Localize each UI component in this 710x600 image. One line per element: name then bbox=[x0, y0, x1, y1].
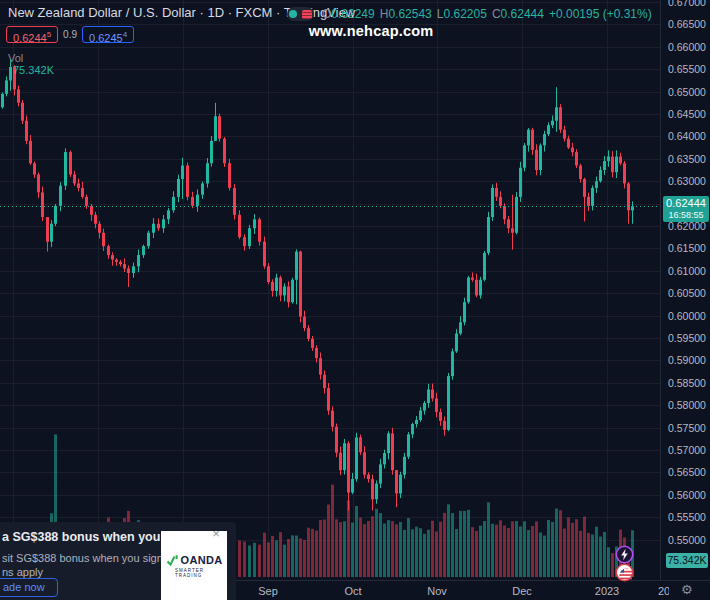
price-tick-label: 0.63500 bbox=[668, 153, 706, 165]
oanda-tagline: SMARTER TRADING bbox=[175, 568, 227, 578]
ad-banner[interactable]: a SG$388 bonus when you sign up. sit SG$… bbox=[0, 522, 236, 600]
time-tick-label: Nov bbox=[427, 585, 447, 597]
price-tick-label: 0.57000 bbox=[668, 444, 706, 456]
ad-terms: ns apply bbox=[2, 566, 43, 578]
price-tick-label: 0.58500 bbox=[668, 377, 706, 389]
price-tick-label: 0.60000 bbox=[668, 310, 706, 322]
volume-value: 75.342K bbox=[13, 64, 54, 76]
close-value: 0.62444 bbox=[501, 7, 544, 21]
time-tick-label: Dec bbox=[512, 585, 532, 597]
ad-subtext: sit SG$388 bonus when you sign up. bbox=[2, 552, 181, 564]
time-tick-label: Oct bbox=[344, 585, 361, 597]
status-dot-icon bbox=[289, 10, 297, 18]
price-tick-label: 0.61500 bbox=[668, 242, 706, 254]
price-tick-label: 0.57500 bbox=[668, 422, 706, 434]
close-label: C bbox=[492, 7, 501, 21]
price-tick-label: 0.64000 bbox=[668, 130, 706, 142]
price-tick-label: 0.64500 bbox=[668, 108, 706, 120]
price-tick-label: 0.67000 bbox=[668, 0, 706, 8]
ohlc-list-icon bbox=[302, 10, 312, 19]
price-tick-label: 0.59000 bbox=[668, 354, 706, 366]
price-tick-label: 0.55500 bbox=[668, 511, 706, 523]
price-tick-label: 0.55000 bbox=[668, 534, 706, 546]
buy-button[interactable]: 0.62454 bbox=[82, 26, 134, 43]
bid-price-pip: 5 bbox=[47, 30, 51, 39]
price-tick-label: 0.63000 bbox=[668, 175, 706, 187]
oanda-mark-icon bbox=[166, 554, 179, 567]
price-tick-label: 0.60500 bbox=[668, 287, 706, 299]
ask-price: 0.6245 bbox=[89, 32, 123, 44]
bid-price: 0.6244 bbox=[13, 32, 47, 44]
candlestick-chart[interactable] bbox=[0, 0, 660, 580]
time-tick-label: 2023 bbox=[595, 585, 619, 597]
high-value: 0.62543 bbox=[388, 7, 431, 21]
volume-indicator-row[interactable]: Vol 75.342K bbox=[8, 52, 54, 76]
ohlc-values: O0.62249H0.62543L0.62205C0.62444+0.00195… bbox=[322, 7, 657, 21]
legend-toggle[interactable] bbox=[287, 7, 314, 21]
price-tick-label: 0.56000 bbox=[668, 489, 706, 501]
price-tick-label: 0.56500 bbox=[668, 466, 706, 478]
price-tick-label: 0.65000 bbox=[668, 86, 706, 98]
oanda-logo[interactable]: OANDA SMARTER TRADING bbox=[161, 531, 227, 600]
ad-close-icon[interactable]: × bbox=[209, 527, 223, 541]
price-tick-label: 0.58000 bbox=[668, 399, 706, 411]
tradingview-chart-window: New Zealand Dollar / U.S. Dollar · 1D · … bbox=[0, 0, 710, 600]
watermark: www.nehcap.com bbox=[309, 23, 434, 39]
lightning-sticker-icon[interactable] bbox=[615, 545, 634, 564]
trade-now-button[interactable]: ade now bbox=[0, 578, 58, 597]
price-tick-label: 0.59500 bbox=[668, 332, 706, 344]
price-tick-label: 0.66500 bbox=[668, 18, 706, 30]
open-value: 0.62249 bbox=[331, 7, 374, 21]
time-axis-corner-text: 20 bbox=[658, 585, 669, 597]
oanda-wordmark: OANDA bbox=[181, 554, 223, 566]
bar-countdown: 16:58:55 bbox=[663, 210, 709, 220]
us-flag-sticker-icon[interactable] bbox=[615, 563, 634, 582]
bid-ask-row: 0.62445 0.9 0.62454 bbox=[6, 26, 134, 43]
time-tick-label: Sep bbox=[258, 585, 278, 597]
last-price-label: 0.62444 16:58:55 bbox=[663, 196, 709, 222]
low-value: 0.62205 bbox=[443, 7, 486, 21]
settings-gear-icon[interactable]: ⚙ bbox=[681, 582, 693, 597]
price-tick-label: 0.65500 bbox=[668, 63, 706, 75]
last-price-value: 0.62444 bbox=[663, 197, 709, 210]
price-tick-label: 0.61000 bbox=[668, 265, 706, 277]
spread-value: 0.9 bbox=[63, 29, 77, 40]
sell-button[interactable]: 0.62445 bbox=[6, 26, 58, 43]
price-tick-label: 0.66000 bbox=[668, 41, 706, 53]
price-axis[interactable]: 0.62444 16:58:55 75.342K 0.670000.665000… bbox=[660, 0, 710, 580]
ask-price-pip: 4 bbox=[123, 30, 127, 39]
volume-axis-label: 75.342K bbox=[666, 553, 708, 568]
change-value: +0.00195 (+0.31%) bbox=[549, 7, 652, 21]
volume-label: Vol bbox=[8, 52, 23, 64]
open-label: O bbox=[322, 7, 331, 21]
